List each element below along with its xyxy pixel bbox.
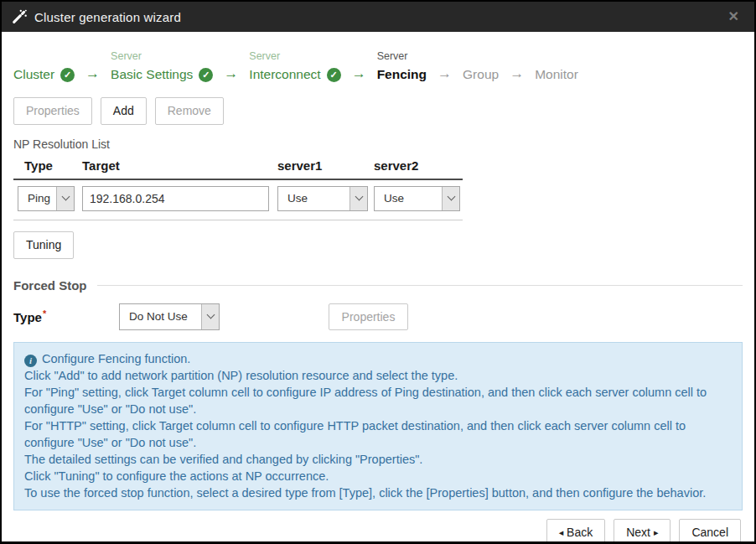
step-complete-check-icon: ✓ — [60, 68, 75, 82]
cancel-button[interactable]: Cancel — [679, 519, 741, 544]
next-arrow-icon: ▸ — [654, 527, 659, 537]
info-heading-line: iConfigure Fencing function. — [24, 350, 732, 367]
window-title: Cluster generation wizard — [34, 10, 181, 24]
info-line: Click "Add" to add network partition (NP… — [24, 367, 732, 384]
forced-stop-type-label: Type* — [13, 308, 119, 324]
close-icon[interactable]: ✕ — [725, 8, 743, 25]
chevron-down-icon — [201, 304, 219, 329]
required-asterisk: * — [43, 308, 46, 319]
column-header-type: Type — [13, 158, 82, 173]
chevron-down-icon — [56, 187, 74, 210]
dialog-content: Cluster ✓ → Server Basic Settings ✓ → Se… — [2, 32, 754, 510]
wizard-step: Monitor — [535, 49, 578, 85]
wizard-step-sublabel: Server — [111, 49, 213, 65]
server2-select[interactable]: Use — [374, 186, 460, 211]
wizard-step-sublabel: Server — [377, 49, 427, 65]
info-line: To use the forced stop function, select … — [24, 484, 732, 501]
info-heading: Configure Fencing function. — [42, 352, 190, 365]
step-complete-check-icon: ✓ — [199, 68, 213, 82]
wizard-step-label: Fencing — [377, 65, 427, 85]
wizard-step: Group — [463, 49, 499, 85]
chevron-down-icon — [442, 187, 459, 210]
wizard-step-sublabel — [13, 49, 75, 65]
add-button[interactable]: Add — [101, 97, 147, 125]
column-header-server1: server1 — [277, 158, 374, 173]
info-line: For "HTTP" setting, click Target column … — [24, 417, 732, 451]
column-header-target: Target — [82, 158, 277, 173]
section-divider — [97, 285, 743, 286]
remove-button[interactable]: Remove — [155, 97, 224, 125]
wizard-step-label: Monitor — [535, 65, 578, 85]
target-input[interactable] — [82, 186, 269, 211]
wizard-step: Server Interconnect ✓ — [249, 49, 340, 85]
np-table-body: Ping Use — [13, 180, 463, 220]
footer-button-bar: ◂ Back Next ▸ Cancel — [2, 510, 754, 544]
info-line: Click "Tuning" to configure the actions … — [24, 468, 732, 484]
table-row: Ping Use — [13, 180, 463, 220]
tuning-button[interactable]: Tuning — [13, 231, 74, 259]
wizard-step: Server Fencing — [377, 49, 427, 85]
magic-wand-icon — [12, 9, 27, 24]
wizard-step-label: Interconnect — [249, 65, 320, 85]
title-bar: Cluster generation wizard ✕ — [2, 2, 754, 32]
info-line: For "Ping" setting, click Target column … — [24, 384, 732, 417]
forced-stop-title: Forced Stop — [13, 278, 87, 293]
step-arrow-icon: → — [352, 63, 366, 85]
forced-stop-type-select[interactable]: Do Not Use — [119, 303, 220, 330]
np-toolbar: Properties Add Remove — [13, 97, 743, 125]
step-arrow-icon: → — [438, 63, 452, 85]
wizard-step: Server Basic Settings ✓ — [111, 49, 213, 85]
info-line: The detailed settings can be verified an… — [24, 451, 732, 468]
wizard-step-label: Basic Settings — [111, 65, 193, 85]
step-complete-check-icon: ✓ — [327, 68, 341, 82]
server1-select[interactable]: Use — [277, 186, 368, 211]
forced-stop-type-row: Type* Do Not Use Properties — [13, 303, 743, 331]
forced-stop-properties-button[interactable]: Properties — [329, 303, 408, 331]
np-resolution-table: Type Target server1 server2 Ping — [13, 158, 463, 220]
back-arrow-icon: ◂ — [559, 527, 564, 537]
wizard-step-label: Cluster — [13, 65, 54, 85]
wizard-step: Cluster ✓ — [13, 49, 75, 85]
np-table-header-row: Type Target server1 server2 — [13, 158, 463, 180]
back-button[interactable]: ◂ Back — [546, 519, 606, 544]
info-icon: i — [24, 355, 37, 367]
type-select[interactable]: Ping — [18, 186, 75, 211]
wizard-step-sublabel — [535, 49, 578, 65]
wizard-step-sublabel — [463, 49, 499, 65]
wizard-steps: Cluster ✓ → Server Basic Settings ✓ → Se… — [13, 49, 743, 85]
next-button[interactable]: Next ▸ — [614, 519, 671, 544]
cluster-generation-wizard-dialog: Cluster generation wizard ✕ Cluster ✓ → … — [0, 0, 756, 544]
step-arrow-icon: → — [85, 63, 100, 85]
step-arrow-icon: → — [224, 63, 238, 85]
chevron-down-icon — [350, 187, 367, 210]
info-box: iConfigure Fencing function. Click "Add"… — [13, 342, 743, 510]
column-header-server2: server2 — [374, 158, 463, 173]
step-arrow-icon: → — [510, 63, 524, 85]
np-resolution-list-title: NP Resolution List — [13, 137, 743, 151]
info-lines: Click "Add" to add network partition (NP… — [24, 367, 732, 501]
properties-button[interactable]: Properties — [13, 97, 92, 125]
wizard-step-sublabel: Server — [249, 49, 340, 65]
forced-stop-section-header: Forced Stop — [13, 278, 743, 293]
wizard-step-label: Group — [463, 65, 499, 85]
